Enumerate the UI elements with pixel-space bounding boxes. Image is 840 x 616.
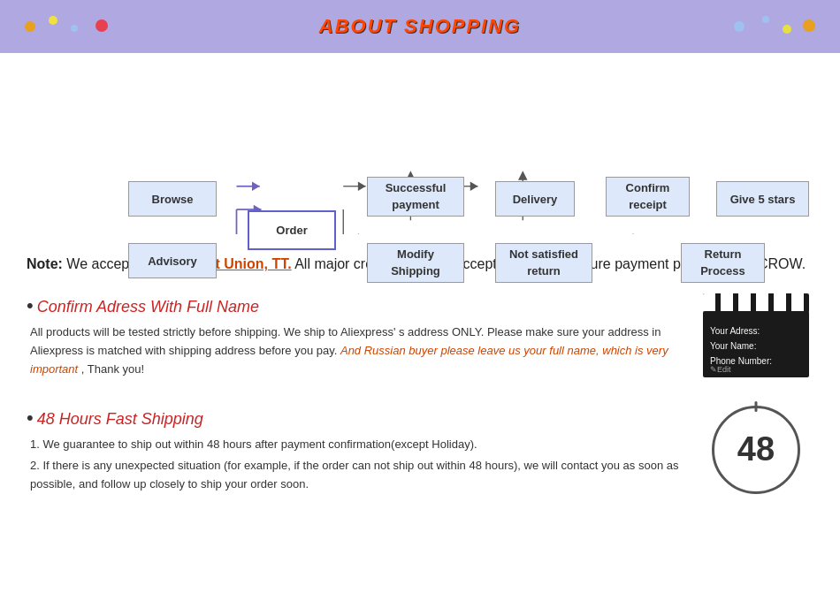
- clap-top: [703, 293, 809, 313]
- flow-box-return: ReturnProcess: [681, 243, 765, 283]
- header: ABOUT SHOPPING: [0, 0, 840, 53]
- svg-marker-7: [470, 182, 478, 192]
- svg-marker-0: [252, 182, 260, 192]
- section2-text: • 48 Hours Fast Shipping 1. We guarantee…: [27, 406, 681, 494]
- section2-point2: 2. If there is any unexpected situation …: [30, 457, 681, 494]
- section2-image: 48: [699, 406, 813, 494]
- svg-marker-15: [358, 233, 366, 234]
- clock-tick: [755, 401, 758, 412]
- section2-heading: 48 Hours Fast Shipping: [37, 410, 203, 429]
- clapperboard-icon: Your Adress: Your Name: Phone Number: ✎E…: [703, 293, 809, 377]
- svg-marker-18: [518, 171, 528, 180]
- bullet-dot-1: •: [27, 293, 34, 319]
- flow-box-modify: ModifyShipping: [367, 243, 464, 283]
- flow-box-give5: Give 5 stars: [716, 181, 809, 217]
- dot-decoration: [49, 16, 57, 25]
- section1-body2-end: , Thank you!: [81, 362, 144, 376]
- dot-decoration: [25, 21, 35, 32]
- flow-diagram: Browse Advisory Order ModifyShipping Suc…: [62, 80, 813, 234]
- flow-box-browse: Browse: [128, 181, 217, 217]
- section1-body1: All products will be tested strictly bef…: [30, 323, 681, 378]
- note-label: Note:: [27, 256, 63, 271]
- clock-number: 48: [737, 430, 775, 468]
- section1-image: Your Adress: Your Name: Phone Number: ✎E…: [699, 293, 813, 377]
- dot-decoration: [71, 25, 78, 32]
- dot-decoration: [783, 25, 791, 34]
- bullet-dot-2: •: [27, 406, 34, 431]
- flow-box-delivery: Delivery: [495, 181, 575, 217]
- page-title: ABOUT SHOPPING: [319, 15, 521, 38]
- svg-marker-20: [633, 233, 641, 234]
- flow-box-advisory: Advisory: [128, 243, 217, 278]
- section-48hours: • 48 Hours Fast Shipping 1. We guarantee…: [27, 406, 813, 494]
- svg-marker-5: [358, 182, 366, 192]
- note-prefix: We accept: [66, 256, 137, 271]
- flow-box-notsatisfied: Not satisfiedreturn: [495, 243, 592, 283]
- main-content: Browse Advisory Order ModifyShipping Suc…: [0, 53, 840, 538]
- clap-edit: ✎Edit: [710, 365, 731, 374]
- clap-text: Your Adress: Your Name: Phone Number:: [710, 323, 772, 369]
- dot-decoration: [734, 21, 745, 32]
- dot-decoration: [95, 19, 108, 32]
- clap-body: Your Adress: Your Name: Phone Number: ✎E…: [703, 311, 809, 377]
- flow-box-confirm: Confirmreceipt: [606, 177, 690, 217]
- flow-box-order: Order: [248, 210, 336, 250]
- clock-48-icon: 48: [712, 406, 800, 494]
- dot-decoration: [762, 16, 769, 23]
- flow-box-success: Successfulpayment: [367, 177, 464, 217]
- section2-point1: 1. We guarantee to ship out within 48 ho…: [30, 436, 681, 454]
- section1-text: • Confirm Adress With Full Name All prod…: [27, 293, 681, 378]
- section-confirm-address: • Confirm Adress With Full Name All prod…: [27, 293, 813, 378]
- dot-decoration: [803, 19, 815, 32]
- section1-heading: Confirm Adress With Full Name: [37, 298, 259, 316]
